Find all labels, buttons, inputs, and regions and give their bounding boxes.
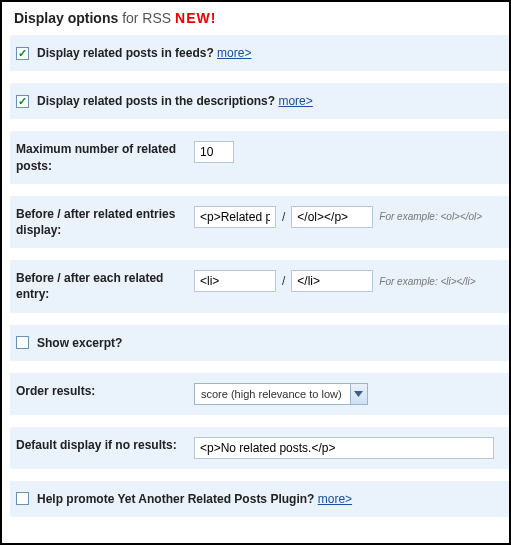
input-max-posts[interactable] — [194, 141, 234, 163]
select-order-value: score (high relevance to low) — [201, 388, 350, 400]
separator-slash: / — [282, 274, 285, 288]
example-before-after-entry: For example: <li></li> — [379, 276, 475, 287]
label-display-descriptions: Display related posts in the description… — [37, 94, 275, 108]
settings-panel: Display options for RSS NEW! Display rel… — [0, 0, 511, 545]
input-before-entry[interactable] — [194, 270, 276, 292]
row-show-excerpt: Show excerpt? — [10, 324, 509, 362]
row-display-feeds: Display related posts in feeds? more> — [10, 34, 509, 72]
input-before-display[interactable] — [194, 206, 276, 228]
input-default-display[interactable] — [194, 437, 494, 459]
checkbox-help-promote[interactable] — [16, 492, 29, 505]
checkbox-display-descriptions[interactable] — [16, 95, 29, 108]
row-default-display: Default display if no results: — [10, 426, 509, 470]
label-before-after-display: Before / after related entries display: — [16, 206, 186, 238]
label-max-posts: Maximum number of related posts: — [16, 141, 186, 173]
row-before-after-display: Before / after related entries display: … — [10, 195, 509, 249]
row-before-after-entry: Before / after each related entry: / For… — [10, 259, 509, 313]
input-after-entry[interactable] — [291, 270, 373, 292]
more-link-promote[interactable]: more> — [318, 492, 352, 506]
label-show-excerpt: Show excerpt? — [37, 335, 122, 351]
label-display-feeds: Display related posts in feeds? — [37, 46, 214, 60]
label-order-results: Order results: — [16, 383, 186, 399]
more-link-descriptions[interactable]: more> — [278, 94, 312, 108]
checkbox-show-excerpt[interactable] — [16, 336, 29, 349]
row-display-descriptions: Display related posts in the description… — [10, 82, 509, 120]
title-main: Display options — [14, 10, 118, 26]
separator-slash: / — [282, 210, 285, 224]
input-after-display[interactable] — [291, 206, 373, 228]
chevron-down-icon — [350, 384, 367, 404]
example-before-after-display: For example: <ol></ol> — [379, 211, 482, 222]
row-help-promote: Help promote Yet Another Related Posts P… — [10, 480, 509, 518]
checkbox-display-feeds[interactable] — [16, 47, 29, 60]
label-default-display: Default display if no results: — [16, 437, 186, 453]
title-new-badge: NEW! — [175, 10, 216, 26]
row-order-results: Order results: score (high relevance to … — [10, 372, 509, 416]
section-title: Display options for RSS NEW! — [14, 10, 509, 26]
row-max-posts: Maximum number of related posts: — [10, 130, 509, 184]
title-for: for RSS — [122, 10, 171, 26]
label-help-promote: Help promote Yet Another Related Posts P… — [37, 492, 314, 506]
label-before-after-entry: Before / after each related entry: — [16, 270, 186, 302]
more-link-feeds[interactable]: more> — [217, 46, 251, 60]
select-order-results[interactable]: score (high relevance to low) — [194, 383, 368, 405]
